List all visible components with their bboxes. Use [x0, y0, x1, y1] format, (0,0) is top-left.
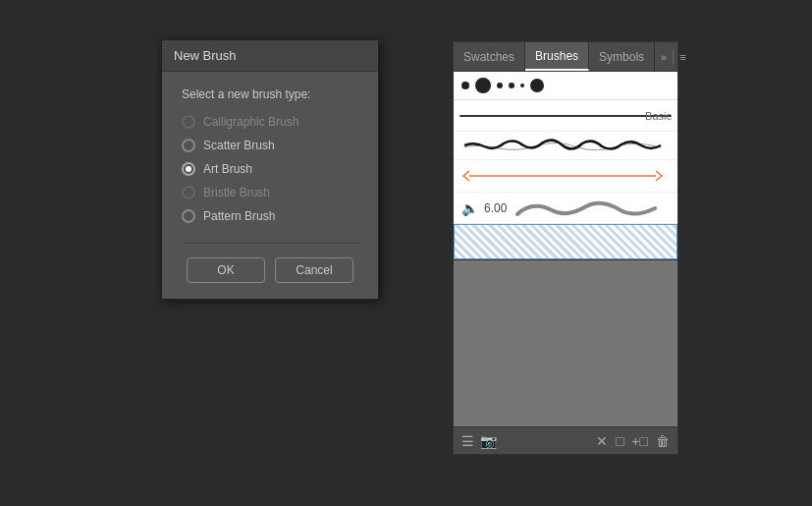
radio-circle-bristle	[182, 186, 195, 199]
tab-brushes[interactable]: Brushes	[525, 42, 589, 71]
radio-bristle[interactable]: Bristle Brush	[182, 186, 358, 199]
duplicate-icon[interactable]: □	[616, 433, 623, 449]
cancel-button[interactable]: Cancel	[275, 257, 353, 283]
brush-dots-row	[454, 72, 677, 100]
swash-stroke-svg	[513, 197, 658, 220]
basic-stroke	[460, 115, 672, 117]
radio-label-art: Art Brush	[203, 162, 252, 176]
radio-label-pattern: Pattern Brush	[203, 209, 275, 223]
radio-circle-calligraphic	[182, 115, 195, 129]
brush-dot-1[interactable]	[461, 82, 469, 89]
radio-pattern[interactable]: Pattern Brush	[182, 209, 358, 223]
dialog-body: Select a new brush type: Calligraphic Br…	[162, 72, 378, 299]
brush-dot-6[interactable]	[530, 79, 544, 92]
menu-icon[interactable]: ≡	[679, 51, 685, 63]
panel-tabs: Swatches Brushes Symbols » ≡	[454, 42, 677, 72]
brush-type-radio-group: Calligraphic Brush Scatter Brush Art Bru…	[182, 115, 358, 223]
radio-label-bristle: Bristle Brush	[203, 186, 270, 199]
panel-footer: ☰ 📷 ✕ □ +□ 🗑	[454, 426, 677, 454]
dialog-prompt: Select a new brush type:	[182, 87, 358, 101]
rough-stroke-svg	[460, 134, 666, 157]
arrow-stroke-svg	[460, 164, 666, 188]
tab-divider	[673, 49, 674, 65]
radio-circle-scatter	[182, 139, 195, 152]
dialog-buttons: OK Cancel	[182, 243, 358, 283]
brush-item-rough[interactable]	[454, 132, 677, 160]
more-icon: »	[661, 51, 667, 63]
brush-item-dotted[interactable]	[454, 224, 677, 259]
new-brush-icon[interactable]: +□	[631, 433, 648, 449]
brush-list: Basic 🔈 6.00	[454, 100, 677, 259]
radio-calligraphic[interactable]: Calligraphic Brush	[182, 115, 358, 129]
delete-selected-icon[interactable]: ✕	[596, 433, 608, 449]
brush-dot-5[interactable]	[520, 84, 524, 87]
footer-left-icons: ☰ 📷	[461, 433, 497, 449]
radio-circle-art	[182, 162, 195, 176]
brush-item-basic[interactable]: Basic	[454, 100, 677, 132]
vol-value: 6.00	[484, 201, 507, 215]
ok-button[interactable]: OK	[187, 257, 265, 283]
tab-swatches[interactable]: Swatches	[454, 42, 525, 71]
brushes-panel: Swatches Brushes Symbols » ≡ Basic	[453, 41, 678, 455]
radio-label-calligraphic: Calligraphic Brush	[203, 115, 298, 129]
radio-circle-pattern	[182, 209, 195, 223]
panel-tab-more[interactable]: » ≡	[655, 49, 692, 65]
volume-icon: 🔈	[461, 200, 478, 216]
library-icon[interactable]: ☰	[461, 433, 474, 449]
brush-dot-4[interactable]	[509, 83, 514, 88]
basic-label: Basic	[645, 110, 672, 122]
import-icon[interactable]: 📷	[480, 433, 497, 449]
brush-dot-2[interactable]	[475, 78, 491, 93]
tab-symbols[interactable]: Symbols	[589, 42, 655, 71]
radio-label-scatter: Scatter Brush	[203, 139, 275, 152]
radio-scatter[interactable]: Scatter Brush	[182, 139, 358, 152]
brush-item-arrow[interactable]	[454, 160, 677, 193]
brush-dot-3[interactable]	[497, 83, 503, 88]
trash-icon[interactable]: 🗑	[656, 433, 670, 449]
radio-art[interactable]: Art Brush	[182, 162, 358, 176]
dialog-titlebar: New Brush	[162, 40, 378, 72]
panel-empty-area	[454, 259, 677, 426]
dialog-title: New Brush	[174, 48, 237, 63]
new-brush-dialog: New Brush Select a new brush type: Calli…	[161, 39, 379, 300]
brush-item-swash[interactable]: 🔈 6.00	[454, 193, 677, 224]
